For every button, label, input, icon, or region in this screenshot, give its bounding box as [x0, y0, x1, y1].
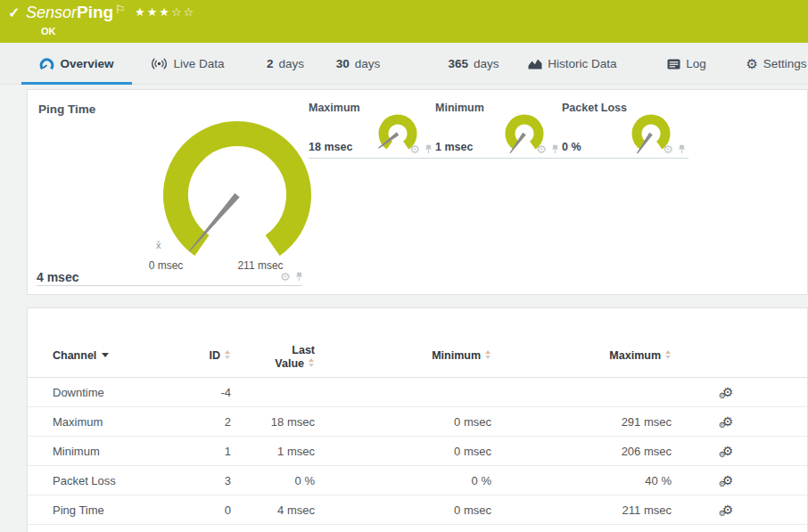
channel-last-value: 4 msec: [231, 503, 315, 517]
channel-settings-icon[interactable]: ⚙⚙: [722, 503, 734, 516]
mini-gauge: [622, 110, 680, 167]
chart-icon: [528, 58, 542, 70]
live-icon: [151, 58, 168, 70]
tab-settings[interactable]: ⚙ Settings: [745, 43, 808, 85]
channel-maximum: 40 %: [491, 474, 672, 487]
channel-row[interactable]: Maximum 2 18 msec 0 msec 291 msec ⚙⚙: [28, 407, 807, 437]
settings-icon: ⚙: [746, 57, 757, 70]
channel-last-value: 0 %: [231, 474, 315, 487]
mini-gauge: [495, 110, 554, 167]
tab-live-data[interactable]: Live Data: [150, 43, 226, 85]
gauge-min-label: 0 msec: [139, 259, 193, 272]
channel-settings-icon[interactable]: ⚙⚙: [722, 386, 734, 398]
sensor-status-badge: OK: [41, 26, 56, 37]
tab-30-days[interactable]: 30 days: [334, 43, 383, 85]
channel-name[interactable]: Packet Loss: [28, 474, 179, 487]
channel-row[interactable]: Packet Loss 3 0 % 0 % 40 % ⚙⚙: [28, 466, 807, 495]
column-header-id[interactable]: ID: [179, 308, 231, 377]
sort-icon[interactable]: [485, 350, 491, 359]
mini-gauge-value: 1 msec: [435, 141, 473, 153]
channel-last-value: 18 msec: [231, 415, 315, 429]
channel-row[interactable]: Minimum 1 1 msec 0 msec 206 msec ⚙⚙: [28, 437, 807, 466]
column-header-channel[interactable]: Channel: [28, 308, 179, 377]
log-icon: [667, 59, 680, 70]
gauge-icon: [39, 58, 54, 70]
sensor-name: Ping: [77, 3, 113, 22]
channel-name[interactable]: Maximum: [28, 415, 179, 429]
channel-id: 0: [179, 503, 231, 517]
tab-365-days[interactable]: 365 days: [445, 43, 502, 85]
channel-minimum: 0 msec: [315, 415, 491, 429]
gear-icon[interactable]: ⚙: [280, 271, 291, 282]
tab-2-days[interactable]: 2 days: [264, 43, 307, 85]
channel-row[interactable]: Ping Time 0 4 msec 0 msec 211 msec ⚙⚙: [28, 495, 807, 525]
mini-gauge-maximum: Maximum 18 msec ⚙: [309, 99, 435, 159]
channel-rows: Downtime -4 ⚙⚙ Maximum 2 18 msec 0 msec …: [28, 378, 807, 525]
channel-settings-icon[interactable]: ⚙⚙: [722, 474, 734, 487]
mini-gauge-value: 18 msec: [309, 141, 352, 153]
sort-icon[interactable]: [665, 350, 672, 359]
sensor-header: ✓ Sensor Ping ⚐ ★★★☆☆ OK: [0, 0, 808, 43]
flag-icon[interactable]: ⚐: [115, 3, 126, 16]
pin-icon[interactable]: [678, 144, 686, 154]
gear-icon[interactable]: ⚙: [409, 143, 420, 155]
column-header-maximum[interactable]: Maximum: [491, 308, 672, 377]
widget-divider: [37, 285, 301, 286]
channel-maximum: 211 msec: [491, 503, 672, 517]
widget-actions: ⚙: [409, 143, 433, 155]
main-gauge-value: 4 msec: [37, 270, 78, 284]
mini-gauge: [368, 110, 427, 167]
widget-actions: ⚙: [536, 143, 559, 155]
channel-last-value: 1 msec: [231, 445, 315, 458]
prtg-sensor-page: ✓ Sensor Ping ⚐ ★★★☆☆ OK Overview Live D…: [0, 0, 808, 532]
pin-icon[interactable]: [295, 272, 303, 282]
table-header: Channel ID Last Value Minimum Maximum: [28, 308, 807, 378]
tab-historic-data[interactable]: Historic Data: [528, 43, 617, 85]
tab-log[interactable]: Log: [664, 43, 709, 85]
mini-gauge-packet-loss: Packet Loss 0 % ⚙: [562, 99, 688, 159]
sensor-type-label: Sensor: [26, 4, 77, 22]
channel-minimum: 0 %: [315, 474, 491, 487]
channel-name[interactable]: Minimum: [28, 445, 179, 458]
channel-id: 1: [179, 445, 231, 458]
average-marker: x̄: [156, 240, 161, 250]
widget-actions: ⚙: [280, 271, 303, 282]
priority-stars[interactable]: ★★★☆☆: [135, 5, 195, 19]
channels-panel: Channel ID Last Value Minimum Maximum Do…: [27, 307, 808, 532]
mini-gauge-title: Maximum: [309, 102, 360, 114]
widget-actions: ⚙: [663, 143, 686, 155]
pin-icon[interactable]: [425, 144, 433, 154]
column-header-minimum[interactable]: Minimum: [315, 308, 491, 377]
gear-icon[interactable]: ⚙: [663, 143, 673, 155]
tab-overview[interactable]: Overview: [21, 43, 132, 85]
channel-minimum: 0 msec: [315, 503, 491, 517]
mini-gauge-title: Packet Loss: [562, 102, 627, 114]
channel-maximum: 291 msec: [491, 415, 672, 429]
channel-row[interactable]: Downtime -4 ⚙⚙: [28, 378, 807, 407]
channel-minimum: 0 msec: [315, 445, 491, 458]
channel-id: 3: [179, 474, 231, 487]
sort-icon[interactable]: [309, 358, 315, 367]
main-gauge-title: Ping Time: [38, 102, 95, 116]
check-icon: ✓: [8, 4, 20, 21]
channel-name[interactable]: Ping Time: [28, 503, 179, 517]
channel-id: -4: [179, 386, 231, 399]
channel-id: 2: [179, 415, 231, 429]
column-header-last-value[interactable]: Last Value: [231, 308, 315, 377]
channel-name[interactable]: Downtime: [28, 386, 179, 399]
column-header-actions: [672, 308, 807, 377]
channel-settings-icon[interactable]: ⚙⚙: [722, 445, 734, 457]
sort-desc-icon: [102, 353, 109, 357]
mini-gauge-minimum: Minimum 1 msec ⚙: [435, 99, 562, 159]
sort-icon[interactable]: [225, 350, 231, 359]
mini-gauge-value: 0 %: [562, 141, 581, 153]
tab-bar: Overview Live Data 2 days 30 days 365 da…: [0, 43, 808, 85]
channel-settings-icon[interactable]: ⚙⚙: [722, 415, 734, 428]
gauges-panel: Ping Time x̄ 0 msec 211 msec 4 msec ⚙ Ma…: [27, 89, 808, 295]
mini-gauge-title: Minimum: [435, 102, 484, 114]
gear-icon[interactable]: ⚙: [536, 143, 547, 155]
channel-maximum: 206 msec: [491, 445, 672, 458]
pin-icon[interactable]: [551, 144, 559, 154]
